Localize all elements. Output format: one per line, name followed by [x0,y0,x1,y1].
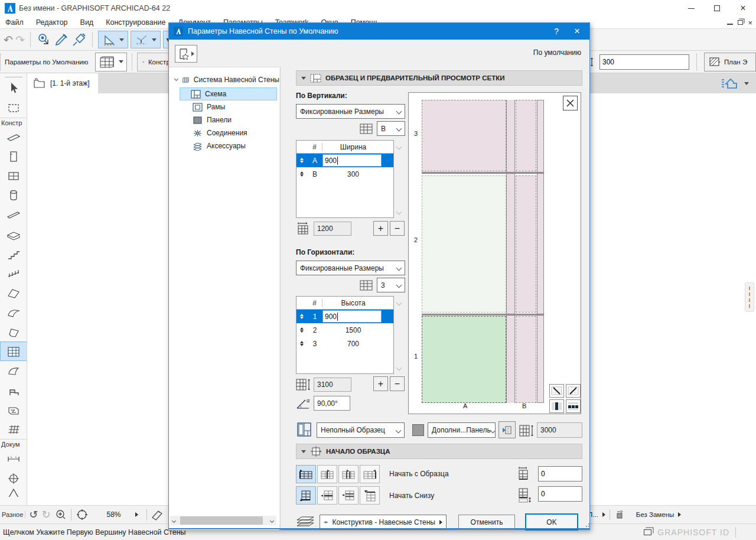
window-maximize-button[interactable] [704,1,730,16]
horizontal-add-button[interactable]: + [373,376,388,391]
navigator-dropdown-arrow[interactable] [744,82,749,85]
section-header-pattern-origin[interactable]: НАЧАЛО ОБРАЗЦА [296,444,582,459]
zoom-level[interactable]: 58% [107,510,121,519]
guide-dropdown-arrow[interactable] [119,38,124,41]
start-pattern-option-4[interactable] [360,465,380,483]
start-bottom-option-4[interactable] [360,486,380,505]
pick-up-parameters-icon[interactable] [36,32,51,47]
row-drag-handle[interactable] [300,327,304,333]
row-drag-handle[interactable] [300,341,304,346]
tool-settings-dropdown-arrow[interactable] [119,60,123,63]
stair-tool[interactable] [0,244,27,264]
tree-item-scheme[interactable]: Схема [180,87,277,100]
navigator-house-icon[interactable] [721,77,741,90]
transfer-settings-button[interactable] [498,421,516,438]
beam-tool[interactable] [0,205,27,225]
override-arrow[interactable] [678,512,681,517]
zone-tool[interactable] [0,400,27,419]
horizontal-remove-button[interactable]: − [390,376,405,391]
menu-view[interactable]: Вид [80,18,94,27]
offset-input[interactable] [599,54,689,70]
vertical-remove-button[interactable]: − [390,221,405,236]
zoom-in-icon[interactable] [54,508,67,521]
width-edit-field[interactable]: 900 [322,154,382,167]
height-edit-field[interactable]: 900 [322,310,382,323]
fit-in-window-icon[interactable] [75,508,89,521]
eyedropper-icon[interactable] [54,32,69,47]
tree-item-frames[interactable]: Рамы [169,100,279,113]
panel-a2[interactable] [422,175,506,313]
object-tool[interactable] [0,380,27,400]
mullion-vertical[interactable] [506,100,515,403]
mdi-restore-button[interactable] [738,20,743,25]
panel-b3[interactable] [516,100,536,171]
curtain-wall-tool[interactable] [0,341,27,361]
orientation-icon[interactable] [151,508,165,521]
row-drag-handle[interactable] [300,158,304,163]
undo-button[interactable]: ↶ [4,33,13,47]
dialog-titlebar[interactable]: Параметры Навесной Стены по Умолчанию ? … [169,23,589,40]
floor-tab[interactable]: [1. 1-й этаж] [27,73,98,93]
wall-tool[interactable] [0,127,27,147]
tree-hscrollbar[interactable] [170,516,276,525]
layer-menu-arrow[interactable] [439,520,442,525]
slab-tool[interactable] [0,225,27,244]
tree-expand-chevron[interactable] [174,77,178,81]
zoom-menu-arrow[interactable] [135,512,138,517]
railing-tool[interactable] [0,264,27,283]
angle-dimension-tool[interactable] [0,487,27,497]
offset-y-input[interactable] [538,486,582,502]
morph-tool[interactable] [0,322,27,341]
favorites-button[interactable] [175,45,197,63]
arrow-tool[interactable] [0,79,27,98]
infill-panel-dropdown[interactable]: Дополни...Панель [428,422,496,438]
table-row[interactable]: 3 700 [296,337,393,350]
boundary-frame-right[interactable] [537,100,544,403]
marquee-tool[interactable] [0,98,27,118]
row-drag-handle[interactable] [300,314,304,319]
section-header-grid-preview[interactable]: ОБРАЗЕЦ И ПРЕДВАРИТЕЛЬНЫЙ ПРОСМОТР СЕТКИ [296,70,582,86]
nav-forward-button[interactable]: ↻ [41,508,50,521]
vertical-table-scroll-up[interactable] [396,144,402,150]
vertical-scheme-dropdown[interactable]: Фиксированные Размеры [296,104,405,119]
plan-cut-button[interactable]: План Э [704,53,756,71]
horizontal-scheme-dropdown[interactable]: Фиксированные Размеры [296,261,405,275]
start-bottom-option-2[interactable] [317,486,337,505]
panel-a1-selected[interactable] [422,316,506,403]
vertical-add-button[interactable]: + [373,221,388,236]
override-label[interactable]: Без Замены [636,511,674,518]
snap-button[interactable] [131,31,161,48]
scroll-left-arrow[interactable] [172,518,176,522]
dialog-resize-grip[interactable] [586,526,587,527]
preview-diagonal2-button[interactable] [566,384,581,398]
window-close-button[interactable]: × [730,1,756,16]
grid-angle-field[interactable]: 90,00° [314,396,350,411]
window-minimize-button[interactable] [678,1,704,16]
table-row[interactable]: 1 900 [296,310,393,323]
dialog-close-button[interactable]: × [574,25,580,37]
row-drag-handle[interactable] [300,171,304,177]
start-bottom-option-3[interactable] [338,486,359,505]
shell-tool[interactable] [0,302,27,322]
dimension-tool[interactable] [0,448,27,468]
mesh-tool[interactable] [0,419,27,439]
scroll-thumb[interactable] [180,516,263,525]
preview-close-button[interactable] [563,96,578,110]
panel-a3[interactable] [422,100,506,171]
mdi-close-button[interactable]: × [748,18,752,27]
level-dimension-tool[interactable] [0,468,27,487]
start-bottom-option-1-selected[interactable] [296,486,316,505]
horizontal-table-scroll-up[interactable] [396,300,402,306]
infill-mode-dropdown[interactable]: Неполный Образец [317,422,405,438]
menu-design[interactable]: Конструирование [106,18,165,27]
tool-settings-button[interactable] [95,53,127,71]
horizontal-count-dropdown[interactable]: 3 [377,278,405,292]
collapse-arrow[interactable] [301,77,306,80]
pen-set-arrow[interactable] [602,512,605,517]
nav-back-button[interactable]: ↺ [29,508,38,521]
tree-root[interactable]: Система Навесной Стены [169,73,279,86]
dome-tool[interactable] [0,361,27,380]
window-stack-icon[interactable] [644,529,651,535]
tree-item-panels[interactable]: Панели [169,113,279,126]
dialog-help-button[interactable]: ? [554,27,559,36]
